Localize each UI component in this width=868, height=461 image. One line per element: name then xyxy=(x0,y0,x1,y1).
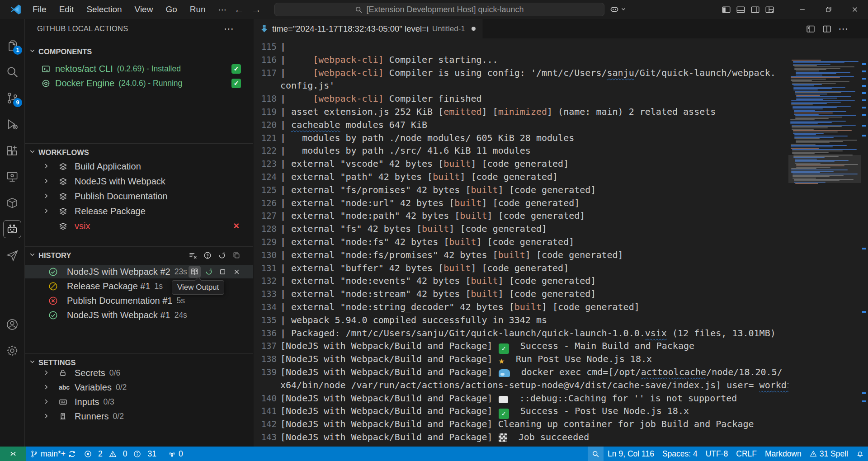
command-center-search[interactable]: [Extension Development Host] quick-launc… xyxy=(274,3,604,16)
menu-file[interactable]: File xyxy=(26,0,53,19)
menu-more[interactable]: ⋯ xyxy=(212,0,233,19)
activity-item-github-local-actions[interactable] xyxy=(0,217,24,241)
code-text[interactable]: | external "node:fs" 42 bytes [built] [c… xyxy=(277,235,574,249)
code-text[interactable]: | external "node:string_decoder" 42 byte… xyxy=(277,301,640,314)
code-text[interactable]: | asset extension.js 252 KiB [emitted] [… xyxy=(277,105,716,118)
collapse-all-icon[interactable] xyxy=(231,250,242,261)
branch-status[interactable]: main*+ xyxy=(26,447,80,461)
code-text[interactable]: | webpack 5.94.0 compiled successfully i… xyxy=(277,314,547,327)
cursor-position-status[interactable]: Ln 9, Col 116 xyxy=(604,447,658,461)
code-text[interactable]: [NodeJS with Webpack/Build and Package] … xyxy=(277,339,694,353)
toggle-secondary-sidebar-icon[interactable] xyxy=(748,3,762,16)
menu-selection[interactable]: Selection xyxy=(80,0,128,19)
history-row-4[interactable]: NodeJS with Webpack #124s xyxy=(25,308,253,322)
workflow-row-publish-documentation[interactable]: Publish Documentation xyxy=(25,189,253,203)
activity-item-accounts[interactable] xyxy=(0,313,24,336)
nav-forward-icon[interactable]: → xyxy=(250,3,263,16)
activity-item-run-debug[interactable] xyxy=(0,113,24,136)
code-text[interactable]: [NodeJS with Webpack/Build and Package] … xyxy=(277,405,689,418)
tab-untitled-1[interactable]: time="2024-11-17T18:32:43-05:00" level=i… xyxy=(254,19,482,38)
code-text[interactable]: | xyxy=(277,40,286,53)
minimap[interactable] xyxy=(788,58,861,447)
stop-icon[interactable] xyxy=(217,266,229,278)
menu-go[interactable]: Go xyxy=(159,0,183,19)
component-row-2[interactable]: Docker Engine(24.0.6) - Running✓ xyxy=(25,76,253,90)
history-row-1[interactable]: NodeJS with Webpack #223s xyxy=(25,265,253,278)
view-output-icon[interactable] xyxy=(189,266,201,278)
rerun-icon[interactable] xyxy=(203,266,215,278)
section-workflows[interactable]: WORKFLOWS xyxy=(25,146,253,159)
menu-run[interactable]: Run xyxy=(184,0,212,19)
code-editor[interactable]: 115|116| [webpack-cli] Compiler starting… xyxy=(254,38,868,447)
code-text[interactable]: | modules by path ./src/ 41.6 KiB 11 mod… xyxy=(277,144,531,157)
clear-history-icon[interactable] xyxy=(187,250,198,261)
code-text[interactable]: | external "buffer" 42 bytes [built] [co… xyxy=(277,262,569,275)
minimize-button[interactable] xyxy=(789,0,816,19)
encoding-status[interactable]: UTF-8 xyxy=(702,447,732,461)
code-text[interactable]: | external "node:url" 42 bytes [built] [… xyxy=(277,197,580,210)
menu-edit[interactable]: Edit xyxy=(53,0,80,19)
help-icon[interactable] xyxy=(202,250,213,261)
code-text[interactable]: x64/bin/node /var/run/act/actions/action… xyxy=(277,379,803,392)
code-text[interactable]: | external "node:events" 42 bytes [built… xyxy=(277,274,596,287)
close-button[interactable] xyxy=(842,0,868,19)
activity-item-extensions[interactable] xyxy=(0,139,24,162)
code-text[interactable]: [NodeJS with Webpack/Build and Package] … xyxy=(277,353,652,366)
minimap-slider[interactable] xyxy=(788,155,861,183)
menu-view[interactable]: View xyxy=(128,0,160,19)
screencast-zoom-status[interactable] xyxy=(588,447,604,461)
activity-item-deploy[interactable] xyxy=(0,244,24,267)
code-text[interactable]: | external "fs/promises" 42 bytes [built… xyxy=(277,183,596,197)
workflow-row-vsix[interactable]: vsix× xyxy=(25,219,253,233)
eol-status[interactable]: CRLF xyxy=(732,447,761,461)
settings-row-inputs[interactable]: Inputs0/3 xyxy=(25,395,253,409)
code-text[interactable]: | modules by path ./node_modules/ 605 Ki… xyxy=(277,132,574,145)
code-text[interactable]: | external "path" 42 bytes [built] [code… xyxy=(277,170,558,183)
code-text[interactable]: | cacheable modules 647 KiB xyxy=(277,118,427,132)
section-components[interactable]: COMPONENTS xyxy=(25,45,253,58)
activity-item-manage[interactable] xyxy=(0,339,24,362)
activity-item-remote-explorer[interactable] xyxy=(0,165,24,188)
code-text[interactable]: | external "fs" 42 bytes [built] [code g… xyxy=(277,222,547,235)
settings-row-variables[interactable]: abcVariables0/2 xyxy=(25,381,253,394)
activity-item-source-control[interactable]: 9 xyxy=(0,86,24,110)
code-text[interactable]: | external "node:stream" 42 bytes [built… xyxy=(277,287,596,301)
customize-layout-icon[interactable] xyxy=(762,3,777,16)
activity-item-containers[interactable] xyxy=(0,191,24,215)
copilot-menu[interactable] xyxy=(609,4,626,14)
spell-checker-status[interactable]: 31 Spell xyxy=(806,447,852,461)
ports-status[interactable]: 0 xyxy=(164,447,187,461)
open-preview-icon[interactable] xyxy=(804,22,817,36)
history-row-3[interactable]: Publish Documentation #15s xyxy=(25,294,253,307)
code-text[interactable]: [NodeJS with Webpack/Build and Package] … xyxy=(277,418,754,431)
restore-button[interactable] xyxy=(816,0,842,19)
refresh-icon[interactable] xyxy=(216,250,227,261)
activity-item-explorer[interactable]: 1 xyxy=(0,34,24,57)
code-text[interactable]: [NodeJS with Webpack/Build and Package] … xyxy=(277,366,783,379)
settings-row-runners[interactable]: Runners0/2 xyxy=(25,409,253,423)
workflow-row-nodejs-with-webpack[interactable]: NodeJS with Webpack xyxy=(25,174,253,188)
code-text[interactable]: | external "vscode" 42 bytes [built] [co… xyxy=(277,157,569,170)
code-text[interactable]: [NodeJS with Webpack/Build and Package] … xyxy=(277,431,589,444)
dismiss-icon[interactable] xyxy=(231,266,243,278)
error-x-icon[interactable]: × xyxy=(233,220,239,232)
workflow-row-release-package[interactable]: Release Package xyxy=(25,204,253,218)
modified-dot-icon[interactable] xyxy=(472,27,476,31)
activity-item-search[interactable] xyxy=(0,60,24,84)
problems-status[interactable]: 2 0 31 xyxy=(80,447,164,461)
component-row-1[interactable]: nektos/act CLI(0.2.69) - Installed✓ xyxy=(25,62,253,75)
code-text[interactable]: | [webpack-cli] Compiler is using config… xyxy=(277,66,776,80)
language-mode-status[interactable]: Markdown xyxy=(761,447,806,461)
code-text[interactable]: | external "node:path" 42 bytes [built] … xyxy=(277,209,585,222)
code-text[interactable]: | [webpack-cli] Compiler starting... xyxy=(277,53,498,66)
toggle-panel-icon[interactable] xyxy=(733,3,748,16)
settings-row-secrets[interactable]: Secrets0/6 xyxy=(25,366,253,380)
toggle-sidebar-icon[interactable] xyxy=(719,3,733,16)
sidebar-more-actions-icon[interactable]: ⋯ xyxy=(224,23,234,35)
split-editor-icon[interactable] xyxy=(820,22,834,36)
indentation-status[interactable]: Spaces: 4 xyxy=(658,447,702,461)
nav-back-icon[interactable]: ← xyxy=(232,3,246,16)
code-text[interactable]: config.js' xyxy=(277,79,335,92)
code-text[interactable]: | external "node:fs/promises" 42 bytes [… xyxy=(277,249,623,262)
code-text[interactable]: | Packaged: /mnt/c/Users/sanju/Git/quick… xyxy=(277,327,776,340)
